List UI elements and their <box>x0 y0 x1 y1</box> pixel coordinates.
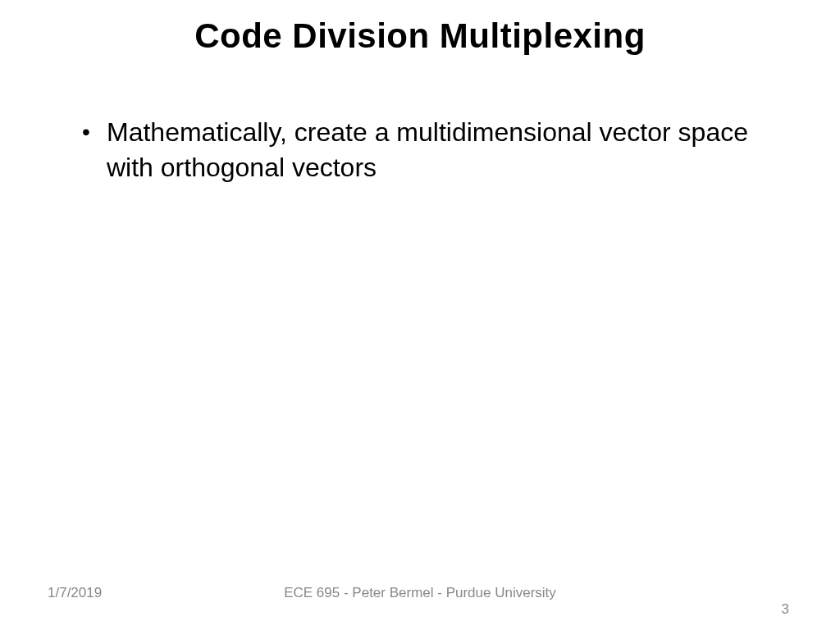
slide-footer: 1/7/2019 ECE 695 - Peter Bermel - Purdue… <box>0 585 840 601</box>
bullet-text: Mathematically, create a multidimensiona… <box>107 115 791 185</box>
slide-title: Code Division Multiplexing <box>0 16 840 56</box>
bullet-item: • Mathematically, create a multidimensio… <box>82 115 791 185</box>
footer-date: 1/7/2019 <box>48 585 102 601</box>
footer-center: ECE 695 - Peter Bermel - Purdue Universi… <box>0 585 840 601</box>
bullet-marker: • <box>82 116 107 148</box>
slide-body: • Mathematically, create a multidimensio… <box>82 115 791 185</box>
footer-page-number: 3 <box>782 601 789 618</box>
